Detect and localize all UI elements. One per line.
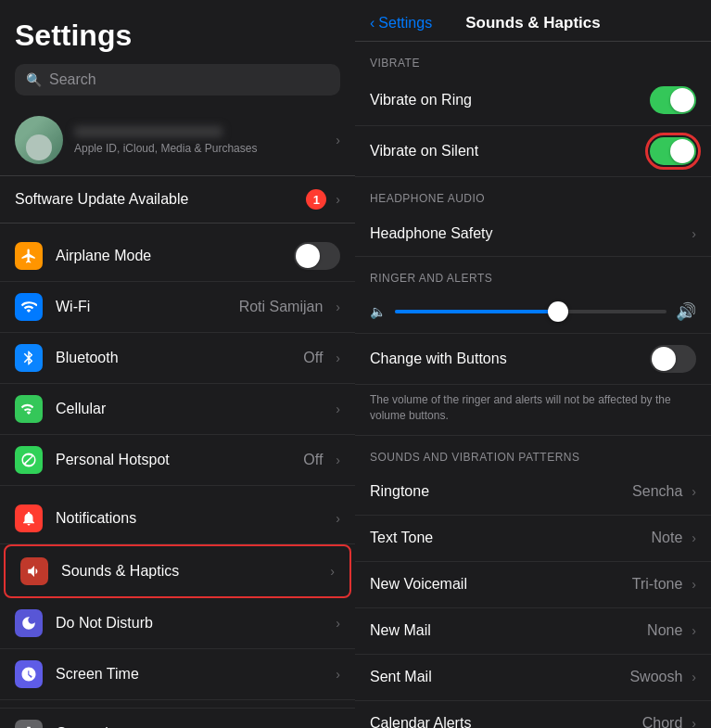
chevron-right-icon: › <box>336 300 340 314</box>
airplane-mode-toggle[interactable] <box>294 242 340 270</box>
avatar <box>15 116 63 164</box>
text-tone-value: Note <box>652 530 683 546</box>
chevron-right-icon: › <box>692 484 696 499</box>
notifications-label: Notifications <box>56 510 323 527</box>
software-update-row[interactable]: Software Update Available 1 › <box>0 176 355 224</box>
ringtone-item[interactable]: Ringtone Sencha › <box>355 469 711 516</box>
volume-slider-row[interactable]: 🔈 🔊 <box>355 290 711 334</box>
system-group: Notifications › Sounds & Haptics › Do No… <box>0 493 355 700</box>
screen-time-label: Screen Time <box>56 666 323 683</box>
back-button[interactable]: ‹ Settings <box>370 15 432 32</box>
airplane-mode-icon <box>15 242 43 270</box>
chevron-right-icon: › <box>336 192 340 207</box>
toggle-thumb <box>670 88 694 112</box>
change-with-buttons-item[interactable]: Change with Buttons <box>355 334 711 385</box>
chevron-right-icon: › <box>692 670 696 684</box>
new-voicemail-item[interactable]: New Voicemail Tri-tone › <box>355 562 711 608</box>
list-item[interactable]: Screen Time › <box>0 649 355 700</box>
screen-time-icon <box>15 660 43 688</box>
wifi-value: Roti Samijan <box>239 299 324 315</box>
search-input[interactable]: Search <box>49 71 96 88</box>
toggle-thumb <box>670 139 694 163</box>
airplane-mode-label: Airplane Mode <box>56 248 281 264</box>
hotspot-value: Off <box>303 452 323 468</box>
list-item[interactable]: Personal Hotspot Off › <box>0 435 355 486</box>
profile-name <box>74 126 222 137</box>
hotspot-label: Personal Hotspot <box>56 452 290 468</box>
toggle-thumb <box>296 244 320 268</box>
list-item[interactable]: Bluetooth Off › <box>0 333 355 384</box>
search-bar[interactable]: 🔍 Search <box>15 64 340 96</box>
ringer-alerts-header: RINGER AND ALERTS <box>355 257 711 290</box>
vibrate-silent-item[interactable]: Vibrate on Silent <box>355 126 711 177</box>
chevron-right-icon: › <box>336 133 340 147</box>
chevron-right-icon: › <box>692 716 696 728</box>
volume-high-icon: 🔊 <box>676 301 696 322</box>
text-tone-label: Text Tone <box>370 530 642 546</box>
headphone-section-header: HEADPHONE AUDIO <box>355 177 711 211</box>
list-item[interactable]: Notifications › <box>0 493 355 544</box>
avatar-image <box>15 116 63 164</box>
headphone-safety-label: Headphone Safety <box>370 225 682 242</box>
new-mail-value: None <box>647 622 682 639</box>
chevron-right-icon: › <box>692 226 696 241</box>
calendar-alerts-item[interactable]: Calendar Alerts Chord › <box>355 701 711 728</box>
new-mail-item[interactable]: New Mail None › <box>355 608 711 655</box>
chevron-right-icon: › <box>336 402 340 416</box>
profile-row[interactable]: Apple ID, iCloud, Media & Purchases › <box>0 105 355 176</box>
left-panel: Settings 🔍 Search Apple ID, iCloud, Medi… <box>0 0 355 728</box>
ringtone-value: Sencha <box>632 483 682 500</box>
list-item[interactable]: Airplane Mode <box>0 231 355 282</box>
sounds-vibration-group: Ringtone Sencha › Text Tone Note › New V… <box>355 469 711 728</box>
vibrate-ring-toggle[interactable] <box>650 86 696 114</box>
chevron-right-icon: › <box>692 577 696 592</box>
chevron-right-icon: › <box>336 511 340 526</box>
toggle-thumb <box>652 347 676 371</box>
hotspot-icon <box>15 446 43 474</box>
volume-slider[interactable] <box>395 310 667 313</box>
text-tone-item[interactable]: Text Tone Note › <box>355 516 711 562</box>
sent-mail-item[interactable]: Sent Mail Swoosh › <box>355 655 711 701</box>
change-with-buttons-toggle[interactable] <box>650 345 696 373</box>
wifi-label: Wi-Fi <box>56 299 226 315</box>
vibrate-silent-toggle[interactable] <box>650 137 696 165</box>
chevron-right-icon: › <box>692 530 696 545</box>
list-item[interactable]: Cellular › <box>0 384 355 435</box>
do-not-disturb-label: Do Not Disturb <box>56 615 323 632</box>
do-not-disturb-icon <box>15 609 43 637</box>
sounds-haptics-icon <box>20 557 48 585</box>
sent-mail-label: Sent Mail <box>370 669 620 685</box>
bluetooth-icon <box>15 344 43 372</box>
list-item[interactable]: Do Not Disturb › <box>0 598 355 649</box>
slider-thumb[interactable] <box>548 301 568 322</box>
general-item[interactable]: General ___ › <box>0 708 355 728</box>
avatar-person-shape <box>26 134 52 160</box>
sounds-haptics-item[interactable]: Sounds & Haptics › <box>4 544 351 598</box>
new-mail-label: New Mail <box>370 622 638 639</box>
update-badge: 1 <box>306 189 326 210</box>
profile-subtitle: Apple ID, iCloud, Media & Purchases <box>74 142 324 155</box>
search-icon: 🔍 <box>26 72 42 87</box>
profile-info: Apple ID, iCloud, Media & Purchases <box>74 126 324 155</box>
sounds-haptics-label: Sounds & Haptics <box>61 563 317 580</box>
new-voicemail-value: Tri-tone <box>632 576 683 593</box>
wifi-icon <box>15 293 43 321</box>
chevron-right-icon: › <box>330 564 335 579</box>
page-title: Sounds & Haptics <box>465 14 600 32</box>
vibrate-ring-item[interactable]: Vibrate on Ring <box>355 75 711 126</box>
list-item[interactable]: Wi-Fi Roti Samijan › <box>0 282 355 333</box>
notifications-icon <box>15 504 43 532</box>
cellular-icon <box>15 395 43 423</box>
vibrate-silent-label: Vibrate on Silent <box>370 143 641 160</box>
page-title: Settings <box>15 19 340 53</box>
right-panel: ‹ Settings Sounds & Haptics VIBRATE Vibr… <box>355 0 711 728</box>
general-icon <box>15 720 43 728</box>
sent-mail-value: Swoosh <box>629 669 682 685</box>
ringer-note: The volume of the ringer and alerts will… <box>355 385 711 436</box>
volume-low-icon: 🔈 <box>370 304 386 319</box>
new-voicemail-label: New Voicemail <box>370 576 623 593</box>
sounds-vibration-header: SOUNDS AND VIBRATION PATTERNS <box>355 436 711 469</box>
headphone-safety-item[interactable]: Headphone Safety › <box>355 211 711 257</box>
calendar-alerts-value: Chord <box>642 715 683 728</box>
chevron-right-icon: › <box>336 616 340 631</box>
